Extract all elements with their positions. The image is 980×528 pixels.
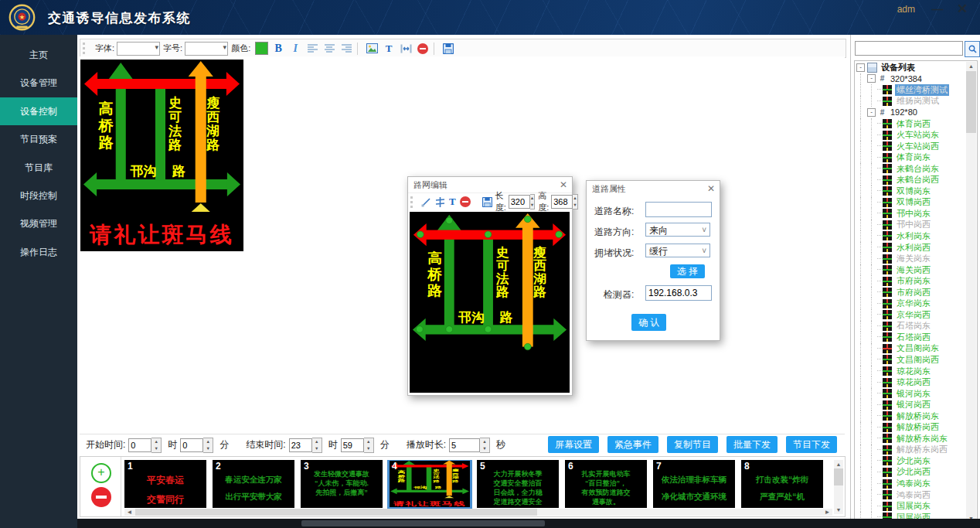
scroll-up-icon[interactable]: ▲ [834, 460, 843, 468]
end-hour-input[interactable] [289, 438, 312, 452]
roadnet-canvas[interactable]: 高桥路史可法路瘦西湖路邗沟路 [410, 212, 570, 393]
device-name[interactable]: 邗中岗东 [895, 208, 932, 220]
tree-device-item[interactable]: 双博岗东 [856, 186, 967, 197]
start-minute-input[interactable] [180, 438, 203, 452]
device-name[interactable]: 海关岗西 [895, 264, 932, 276]
align-right-button[interactable] [339, 42, 353, 56]
height-input[interactable] [551, 195, 573, 209]
sidebar-item-5[interactable]: 时段控制 [0, 182, 77, 209]
font-size-select[interactable] [185, 42, 228, 56]
editor-canvas[interactable]: 请礼让斑马线高桥路史可法路瘦西湖路邗沟路 路网编辑 ✕ [80, 56, 845, 434]
device-name[interactable]: 火车站岗东 [895, 129, 941, 141]
road-direction-select[interactable]: 来向 [645, 223, 710, 237]
tree-device-item[interactable]: 京华岗西 [856, 309, 967, 321]
led-sign-preview[interactable]: 请礼让斑马线高桥路史可法路瘦西湖路邗沟路 [80, 60, 243, 251]
search-button[interactable] [965, 41, 980, 57]
tree-device-item[interactable]: 文昌阁岗东 [856, 343, 967, 355]
sidebar-item-4[interactable]: 节目库 [0, 154, 77, 182]
sidebar-item-2[interactable]: 设备控制 [0, 97, 77, 125]
road-name-input[interactable] [645, 202, 712, 217]
marquee-text-button[interactable] [399, 42, 413, 56]
duration-spinner[interactable]: ▲▼ [480, 438, 490, 453]
device-name[interactable]: 螺丝湾桥测试 [895, 84, 949, 96]
road-anchor-dot[interactable] [446, 326, 453, 332]
tree-device-item[interactable]: 国展岗东 [856, 500, 967, 512]
tree-device-item[interactable]: 双博岗西 [856, 197, 967, 209]
tree-device-item[interactable]: 邗中岗西 [856, 220, 967, 231]
duration-input[interactable] [449, 438, 480, 452]
toolbar-grip[interactable] [410, 196, 413, 208]
dialog-close-icon[interactable]: ✕ [560, 177, 567, 192]
playlist-item[interactable]: 3发生轻微交通事故“人未伤，车能动.先拍照，后撤离” [301, 460, 383, 508]
tree-device-item[interactable]: 银河岗东 [856, 388, 967, 400]
playlist-item[interactable]: 6扎实开展电动车“百日整治”，有效预防道路交通事故。 [565, 460, 647, 508]
tree-device-item[interactable]: 体育岗东 [856, 152, 967, 163]
tree-device-item[interactable]: 市府岗东 [856, 275, 967, 287]
detector-input[interactable] [645, 285, 712, 301]
crossing-tool-button[interactable] [435, 196, 445, 208]
road-anchor-dot[interactable] [416, 326, 423, 332]
tree-group[interactable]: -#320*384 [856, 73, 967, 85]
color-swatch[interactable] [255, 42, 268, 55]
tree-device-item[interactable]: 解放桥岗东 [856, 410, 967, 422]
action-button-2[interactable]: 复制节目 [667, 436, 718, 453]
action-button-0[interactable]: 屏幕设置 [548, 436, 599, 453]
road-anchor-dot[interactable] [524, 216, 531, 222]
tree-device-item[interactable]: 解放桥岗西 [856, 422, 967, 434]
add-program-button[interactable]: + [91, 463, 111, 483]
device-name[interactable]: 京华岗西 [895, 309, 932, 321]
device-name[interactable]: 市府岗西 [895, 287, 932, 298]
action-button-3[interactable]: 批量下发 [726, 436, 778, 453]
road-anchor-dot[interactable] [417, 231, 424, 237]
device-name[interactable]: 沙北岗西 [895, 466, 932, 478]
action-button-4[interactable]: 节目下发 [786, 436, 837, 453]
device-name[interactable]: 水利岗西 [895, 242, 932, 254]
tree-group[interactable]: -#192*80 [856, 107, 967, 118]
save-roadnet-button[interactable] [482, 196, 492, 208]
playlist-item[interactable]: 4请礼让斑马线高桥路史可法路瘦西湖路邗沟路 [389, 460, 471, 508]
toolbar-grip[interactable] [83, 43, 87, 54]
tree-device-item[interactable]: 琼花岗西 [856, 376, 967, 388]
playlist-item[interactable]: 5大力开展秋冬季交通安全整治百日会战，全力稳定道路交通安全形势！ [477, 460, 559, 508]
device-name[interactable]: 双博岗西 [895, 196, 932, 208]
tree-device-item[interactable]: 解放桥东岗东 [856, 433, 967, 445]
tree-device-item[interactable]: 沙北岗东 [856, 455, 967, 467]
device-name[interactable]: 石塔岗西 [895, 332, 932, 343]
device-name[interactable]: 国展岗东 [895, 500, 932, 512]
device-name[interactable]: 解放桥东岗西 [895, 444, 949, 455]
delete-item-button[interactable] [416, 42, 430, 56]
italic-button[interactable]: I [288, 42, 302, 56]
device-name[interactable]: 来鹤台岗西 [895, 174, 941, 186]
tree-device-item[interactable]: 银河岗西 [856, 399, 967, 410]
tree-group-label[interactable]: 320*384 [889, 74, 924, 83]
page-hscrollbar[interactable] [77, 519, 980, 528]
length-input[interactable] [509, 195, 530, 209]
tree-device-item[interactable]: 来鹤台岗西 [856, 174, 967, 186]
page-hscroll-thumb[interactable] [301, 520, 545, 526]
road-anchor-dot[interactable] [485, 326, 492, 332]
device-name[interactable]: 解放桥岗西 [895, 421, 941, 433]
align-center-button[interactable] [322, 42, 336, 56]
tree-device-item[interactable]: 解放桥东岗西 [856, 445, 967, 456]
playlist-vscrollbar[interactable]: ▲ ▼ [834, 460, 843, 514]
scroll-up-icon[interactable]: ▲ [966, 62, 976, 70]
dialog-close-icon[interactable]: ✕ [707, 181, 715, 196]
close-button[interactable]: ✕ [954, 2, 971, 17]
playlist-hscrollbar[interactable]: ◄ ► [124, 509, 832, 516]
device-name[interactable]: 文昌阁岗西 [895, 354, 941, 366]
tree-device-item[interactable]: 京华岗东 [856, 298, 967, 309]
device-name[interactable]: 银河岗东 [895, 388, 932, 400]
device-name[interactable]: 体育岗东 [895, 152, 932, 163]
device-name[interactable]: 琼花岗东 [895, 366, 932, 377]
sidebar-item-7[interactable]: 操作日志 [0, 238, 77, 266]
tree-group-label[interactable]: 192*80 [889, 107, 919, 117]
tree-device-item[interactable]: 石塔岗东 [856, 321, 967, 332]
tree-device-item[interactable]: 水利岗东 [856, 230, 967, 242]
playlist-item[interactable]: 8打击改装“炸街严查严处“机 [741, 460, 823, 508]
insert-image-button[interactable] [365, 42, 379, 56]
tree-device-item[interactable]: 鸿泰岗东 [856, 478, 967, 489]
device-name[interactable]: 体育岗西 [895, 118, 932, 130]
tree-device-item[interactable]: 石塔岗西 [856, 332, 967, 343]
device-name[interactable]: 银河岗西 [895, 399, 932, 410]
device-name[interactable]: 石塔岗东 [895, 320, 932, 332]
